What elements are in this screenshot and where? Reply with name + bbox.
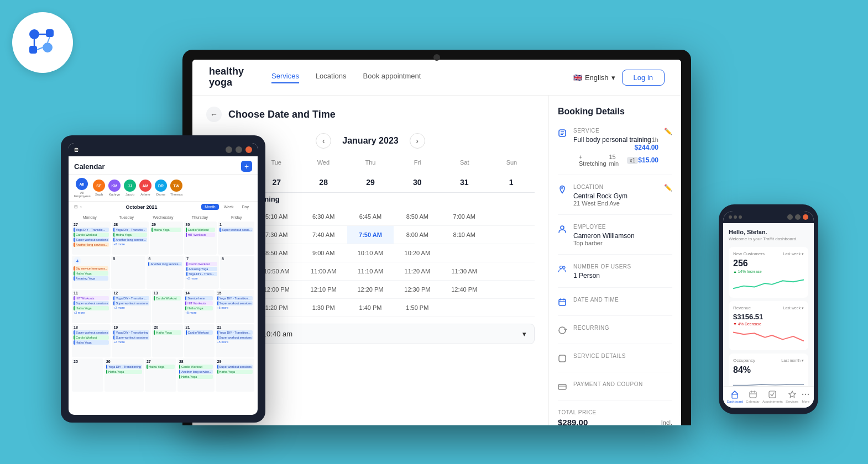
cal-event[interactable]: Super workout sessions — [74, 238, 109, 242]
payment-section[interactable]: Payment and Coupon — [558, 381, 672, 400]
avatar-darne[interactable]: DR Darne — [155, 180, 167, 196]
cal-event[interactable]: Yoga DIY - Transitioning — [113, 330, 149, 335]
cal-event[interactable]: Yoga DIY - Transition... — [217, 330, 253, 335]
cal-cell[interactable]: 19 Yoga DIY - Transitioning Super workou… — [112, 324, 151, 357]
time-cell[interactable]: 7:00 AM — [441, 208, 488, 225]
avatar-arlene[interactable]: AM Arlene — [139, 180, 151, 196]
view-tab-week[interactable]: Week — [221, 204, 237, 210]
cal-event[interactable]: HIT Workouts — [74, 296, 109, 300]
more-events[interactable]: +5 more — [217, 306, 253, 309]
time-cell[interactable]: 12:30 PM — [394, 281, 441, 298]
cal-event[interactable]: Super workout sessions — [74, 330, 109, 335]
time-cell[interactable]: 11:20 AM — [394, 262, 441, 280]
cal-event[interactable]: Super workout sessions — [217, 301, 253, 305]
cal-prev-icon[interactable]: ‹ — [80, 204, 82, 209]
more-events[interactable]: +2 more — [113, 242, 147, 246]
time-cell[interactable]: 6:30 AM — [300, 208, 347, 225]
location-edit-icon[interactable]: ✏️ — [664, 184, 672, 192]
stat-period-customers[interactable]: Last week ▾ — [783, 252, 804, 256]
cal-cell[interactable]: 4 Big service here goes... Hatha Yoga Am… — [72, 256, 110, 289]
cal-cell[interactable]: 21 Cardio Workout — [184, 324, 215, 357]
cal-event[interactable]: Hatha Yoga — [74, 271, 108, 276]
cal-event[interactable]: Hatha Yoga — [147, 365, 175, 369]
time-cell[interactable]: 10:20 AM — [394, 244, 441, 262]
avatar-kathryn[interactable]: KM Kathryn — [108, 180, 121, 196]
cal-event[interactable]: Another long service... — [113, 238, 147, 242]
phone-nav-dashboard[interactable]: Dashboard — [727, 390, 743, 403]
prev-month-button[interactable]: ‹ — [316, 133, 331, 149]
time-cell[interactable]: 8:50 AM — [394, 208, 441, 225]
cal-cell[interactable]: 30 Cardio Workout HIT Workouts — [184, 222, 217, 255]
stat-period-revenue[interactable]: Last week ▾ — [783, 306, 804, 310]
date-cell-1[interactable]: 1 — [488, 172, 535, 192]
cal-event[interactable]: Amazing Yoga — [186, 267, 217, 271]
more-events[interactable]: +5 more — [185, 311, 212, 314]
cal-event[interactable]: Hatha Yoga — [185, 306, 212, 310]
cal-event[interactable]: Cardio Workout — [154, 296, 181, 300]
cal-cell[interactable]: 5 — [111, 256, 145, 289]
cal-cell[interactable]: 7 Cardio Workout Amazing Yoga Yoga DIY -… — [185, 256, 219, 289]
login-button[interactable]: Log in — [622, 70, 665, 86]
more-events[interactable]: +2 more — [74, 311, 109, 314]
cal-event[interactable]: Another long services... — [74, 242, 109, 247]
date-cell-31[interactable]: 31 — [441, 172, 488, 192]
cal-cell[interactable]: 18 Super workout sessions Cardio Workout… — [72, 324, 111, 357]
cal-cell[interactable]: 27 Yoga DIY - Transitio... Cardio Workou… — [72, 222, 111, 255]
cal-cell[interactable]: 27 Hatha Yoga — [145, 358, 176, 392]
cal-cell[interactable]: 12 Yoga DIY - Transition... Super workou… — [112, 290, 150, 323]
cal-event[interactable]: Another long service... — [148, 262, 182, 266]
cal-cell[interactable]: 8 — [220, 256, 254, 289]
time-cell-selected[interactable]: 7:50 AM — [347, 226, 394, 244]
view-tab-month[interactable]: Month — [201, 204, 218, 210]
back-button[interactable]: ← — [206, 107, 222, 122]
cal-event[interactable]: Yoga DIY - Transition... — [217, 296, 253, 300]
cal-cell[interactable]: 6 Another long service... — [147, 256, 184, 289]
time-cell[interactable]: 8:10 AM — [441, 226, 488, 244]
more-events[interactable]: +2 more — [113, 340, 149, 344]
cal-event[interactable]: Yoga DIY - Transitio... — [113, 228, 147, 232]
time-cell[interactable]: 11:10 AM — [347, 262, 394, 280]
cal-event[interactable]: Cardio Workout — [186, 330, 213, 335]
cal-cell[interactable]: 28 Yoga DIY - Transitio... Hatha Yoga An… — [112, 222, 149, 255]
date-cell-28[interactable]: 28 — [300, 172, 347, 192]
cal-event[interactable]: Hatha Yoga — [74, 306, 109, 310]
cal-cell[interactable]: 14 Service here HIT Workouts Hatha Yoga … — [184, 290, 214, 323]
more-events[interactable]: +5 more — [217, 340, 253, 344]
cal-event[interactable]: Cardio Workout — [186, 262, 217, 266]
phone-nav-appointments[interactable]: Appointments — [762, 390, 783, 403]
time-cell[interactable]: 9:00 AM — [300, 244, 347, 262]
cal-event[interactable]: Another long service... — [179, 370, 213, 374]
time-cell[interactable]: 1:30 PM — [300, 299, 347, 317]
cal-event[interactable]: Cardio Workout — [74, 233, 109, 237]
cal-grid-icon[interactable]: ⊞ — [74, 204, 78, 209]
cal-event[interactable]: Amazing Yoga — [74, 276, 108, 281]
phone-nav-more[interactable]: More — [801, 390, 810, 403]
cal-event[interactable]: Super workout sessions — [113, 301, 149, 305]
cal-event[interactable]: Hatha Yoga — [217, 370, 253, 374]
cal-cell[interactable]: 28 Cardio Workout Another long service..… — [177, 358, 215, 392]
nav-link-services[interactable]: Services — [271, 72, 299, 83]
nav-link-locations[interactable]: Locations — [316, 72, 347, 83]
phone-nav-services[interactable]: Services — [786, 390, 798, 403]
avatar-jacob[interactable]: JJ Jacob — [124, 180, 136, 196]
cal-cell[interactable]: 29 Hatha Yoga — [150, 222, 182, 255]
cal-event[interactable]: Cardio Workout — [179, 365, 213, 369]
nav-link-book[interactable]: Book appointment — [363, 72, 421, 83]
cal-cell[interactable]: 1 Super workout sessi... — [218, 222, 254, 255]
cal-cell[interactable]: 25 — [72, 358, 103, 392]
cal-cell[interactable]: 26 Yoga DIY - Transitioning Hatha Yoga — [104, 358, 144, 392]
date-cell-29[interactable]: 29 — [347, 172, 394, 192]
time-cell[interactable]: 10:10 AM — [347, 244, 394, 262]
next-month-button[interactable]: › — [410, 133, 425, 149]
avatar-soph[interactable]: SE Soph — [93, 180, 105, 196]
avatar-all[interactable]: All All Employees — [74, 178, 90, 198]
cal-cell[interactable]: 20 Hatha Yoga — [152, 324, 182, 357]
cal-event[interactable]: Yoga DIY - Trans... — [186, 272, 217, 276]
time-cell[interactable]: 12:10 PM — [300, 281, 347, 298]
time-cell[interactable]: 7:40 AM — [300, 226, 347, 244]
recurring-section[interactable]: Recurring — [558, 325, 672, 344]
cal-event[interactable]: Super workout sessions — [217, 365, 253, 369]
cal-event[interactable]: Hatha Yoga — [113, 233, 147, 237]
cal-event[interactable]: Service here — [185, 296, 212, 300]
phone-nav-calendar[interactable]: Calendar — [746, 390, 759, 403]
